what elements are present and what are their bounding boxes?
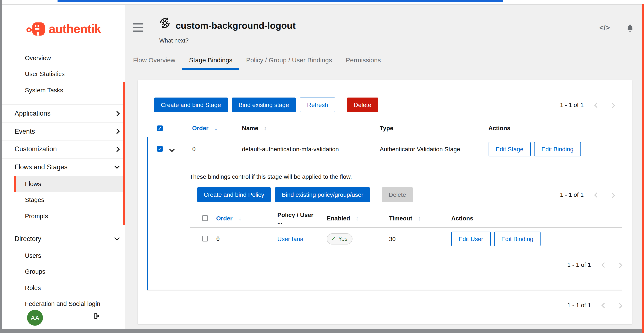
application-window: authentik Overview User Statistics Syste… — [0, 0, 644, 333]
window-bottom-edge — [0, 329, 644, 333]
pagination-range: 1 - 1 of 1 — [560, 101, 584, 108]
sidebar-item-users[interactable]: Users — [2, 247, 125, 264]
delete-button[interactable]: Delete — [347, 98, 378, 112]
main-content: custom-background-logout What next? </> … — [125, 5, 644, 329]
sidebar-item-flows[interactable]: Flows — [14, 176, 124, 192]
pagination-top: 1 - 1 of 1 — [560, 101, 614, 108]
edit-binding-button[interactable]: Edit Binding — [494, 231, 540, 246]
pagination-prev-button[interactable] — [602, 302, 606, 308]
logo-wordmark: authentik — [48, 22, 101, 36]
pagination-prev-button[interactable] — [602, 261, 606, 268]
select-all-policies-checkbox[interactable] — [202, 215, 208, 221]
page-title: custom-background-logout — [176, 21, 296, 31]
sidebar-scrollbar-thumb[interactable] — [123, 82, 125, 225]
column-type: Type — [373, 125, 482, 132]
authentik-logo[interactable]: authentik — [2, 17, 125, 41]
notification-bell-icon[interactable] — [626, 24, 634, 34]
stage-type-value: Authenticator Validation Stage — [373, 145, 482, 152]
sidebar-item-system-tasks[interactable]: System Tasks — [2, 82, 125, 98]
api-code-icon[interactable]: </> — [599, 24, 610, 32]
pagination-prev-button[interactable] — [595, 101, 598, 108]
pagination-next-button[interactable] — [610, 101, 614, 108]
bind-existing-policy-button[interactable]: Bind existing policy/group/user — [275, 187, 370, 202]
select-all-checkbox[interactable]: ✓ — [157, 125, 162, 131]
pagination-prev-button[interactable] — [595, 191, 598, 198]
policy-bindings-description: These bindings control if this stage wil… — [190, 172, 622, 181]
stage-table-row[interactable]: ✓ 0 default-authentication-mfa-validatio… — [148, 137, 622, 161]
tab-stage-bindings[interactable]: Stage Bindings — [182, 51, 239, 70]
nav-spacer — [2, 224, 125, 230]
pagination-next-button[interactable] — [618, 302, 622, 308]
sidebar-item-groups[interactable]: Groups — [2, 264, 125, 280]
sidebar-item-prompts[interactable]: Prompts — [2, 208, 125, 224]
create-and-bind-stage-button[interactable]: Create and bind Stage — [154, 98, 228, 112]
nav-spacer — [2, 98, 125, 104]
policy-table-row[interactable]: 0 User tana ✓ Yes 30 Edit User Edit Bind… — [190, 227, 622, 250]
sort-icon: ↕ — [264, 125, 267, 132]
collapse-row-icon[interactable] — [169, 146, 174, 152]
bind-existing-stage-button[interactable]: Bind existing stage — [232, 98, 296, 112]
sidebar-item-overview[interactable]: Overview — [2, 50, 125, 66]
sidebar-section-events[interactable]: Events — [2, 122, 125, 140]
tab-policy-group-user-bindings[interactable]: Policy / Group / User Bindings — [239, 51, 339, 70]
stage-name-value: default-authentication-mfa-validation — [235, 145, 373, 152]
create-and-bind-policy-button[interactable]: Create and bind Policy — [197, 187, 271, 202]
tab-flow-overview[interactable]: Flow Overview — [126, 51, 182, 70]
edit-binding-button[interactable]: Edit Binding — [534, 142, 581, 156]
edit-user-button[interactable]: Edit User — [451, 231, 490, 246]
sidebar-item-roles[interactable]: Roles — [2, 280, 125, 296]
sidebar-section-flows-and-stages[interactable]: Flows and Stages — [2, 158, 125, 176]
tab-bar: Flow Overview Stage Bindings Policy / Gr… — [125, 51, 644, 69]
sidebar-nav: Overview User Statistics System Tasks Ap… — [2, 50, 125, 312]
column-name[interactable]: Name — [242, 125, 258, 132]
sort-icon: ↕ — [356, 215, 359, 221]
column-enabled[interactable]: Enabled — [327, 215, 350, 221]
policy-table-header: Order↓ Policy / User ... Enabled↕ Timeou… — [190, 209, 622, 227]
refresh-button[interactable]: Refresh — [300, 98, 335, 112]
timeout-value: 30 — [382, 235, 444, 242]
authentik-key-icon — [26, 21, 46, 37]
sort-desc-icon: ↓ — [238, 215, 242, 221]
column-policy-user: Policy / User ... — [270, 211, 320, 225]
pagination-next-button[interactable] — [610, 191, 614, 198]
chevron-right-icon — [114, 129, 120, 134]
chevron-down-icon — [114, 235, 120, 241]
sidebar-section-customization[interactable]: Customization — [2, 140, 125, 158]
pagination-policy-top: 1 - 1 of 1 — [560, 191, 614, 198]
row-checkbox[interactable]: ✓ — [157, 146, 162, 152]
page-subtitle: What next? — [159, 37, 189, 44]
stage-order-value: 0 — [185, 145, 235, 152]
sidebar-item-stages[interactable]: Stages — [2, 192, 125, 208]
pagination-next-button[interactable] — [618, 261, 622, 268]
page-scrollbar-thumb[interactable] — [642, 4, 644, 333]
sidebar-item-user-statistics[interactable]: User Statistics — [2, 66, 125, 82]
chevron-right-icon — [114, 111, 120, 116]
column-order[interactable]: Order — [192, 125, 208, 132]
enabled-status-badge: ✓ Yes — [327, 233, 352, 244]
authentik-admin-app: authentik Overview User Statistics Syste… — [2, 4, 644, 329]
column-actions: Actions — [444, 215, 622, 221]
edit-stage-button[interactable]: Edit Stage — [488, 142, 531, 156]
column-order[interactable]: Order — [216, 215, 232, 221]
column-actions: Actions — [482, 125, 622, 132]
sidebar-section-directory[interactable]: Directory — [2, 230, 125, 247]
tab-permissions[interactable]: Permissions — [339, 51, 388, 70]
policy-user-link[interactable]: User tana — [277, 235, 303, 242]
sort-desc-icon: ↓ — [214, 125, 218, 132]
chevron-down-icon — [114, 163, 120, 169]
sidebar-section-applications[interactable]: Applications — [2, 104, 125, 122]
avatar[interactable]: AA — [27, 310, 43, 326]
sidebar: authentik Overview User Statistics Syste… — [2, 5, 125, 329]
logout-icon[interactable] — [93, 312, 100, 321]
menu-icon[interactable] — [133, 23, 144, 32]
row-checkbox[interactable] — [202, 236, 208, 241]
sort-icon: ↕ — [418, 215, 421, 221]
stage-bindings-card: Create and bind Stage Bind existing stag… — [138, 80, 632, 324]
delete-policy-binding-button[interactable]: Delete — [382, 187, 413, 202]
pagination-range: 1 - 1 of 1 — [560, 191, 584, 198]
pagination-bottom: 1 - 1 of 1 — [146, 290, 622, 308]
column-timeout[interactable]: Timeout — [389, 215, 412, 221]
policy-bindings-panel: These bindings control if this stage wil… — [148, 161, 622, 290]
pagination-range: 1 - 1 of 1 — [567, 302, 591, 308]
pagination-range: 1 - 1 of 1 — [567, 261, 591, 268]
